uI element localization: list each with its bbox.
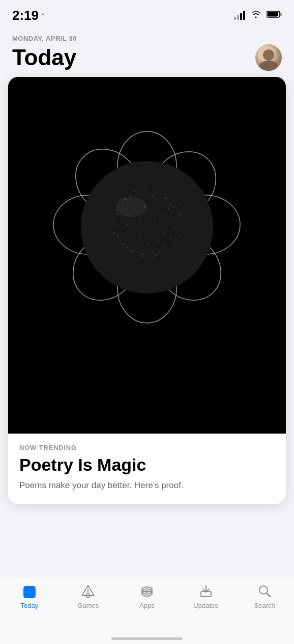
svg-rect-85 — [31, 589, 33, 590]
svg-point-35 — [166, 224, 167, 225]
svg-point-63 — [164, 252, 165, 253]
svg-point-12 — [81, 161, 213, 293]
svg-point-71 — [181, 227, 182, 228]
svg-point-19 — [178, 217, 179, 217]
avatar-image — [255, 44, 282, 71]
svg-point-54 — [172, 198, 172, 198]
svg-point-40 — [130, 233, 130, 234]
svg-point-82 — [116, 197, 146, 217]
svg-point-52 — [181, 211, 181, 212]
signal-icon — [234, 11, 245, 20]
svg-point-44 — [139, 219, 140, 220]
svg-line-95 — [267, 593, 270, 597]
battery-icon — [267, 10, 282, 20]
wifi-icon — [250, 10, 261, 20]
svg-point-18 — [173, 206, 174, 207]
date-label: Monday, April 30 — [12, 35, 282, 42]
card-tag: Now Trending — [19, 444, 275, 451]
tab-games[interactable]: Games — [59, 583, 118, 609]
svg-point-16 — [155, 193, 156, 194]
page-title: Today — [12, 46, 76, 69]
svg-point-23 — [153, 252, 154, 253]
svg-point-61 — [140, 252, 140, 253]
featured-card[interactable]: Now Trending Poetry Is Magic Poems make … — [8, 77, 286, 504]
svg-point-37 — [158, 240, 159, 242]
svg-point-25 — [132, 250, 133, 251]
svg-point-69 — [170, 204, 171, 205]
card-description: Poems make your day better. Here's proof… — [19, 479, 275, 492]
location-arrow-icon: ↑ — [41, 10, 45, 21]
card-content: Now Trending Poetry Is Magic Poems make … — [8, 434, 286, 504]
svg-point-55 — [160, 203, 161, 204]
games-icon — [80, 583, 96, 600]
svg-rect-2 — [268, 12, 278, 17]
svg-point-64 — [173, 245, 174, 246]
avatar[interactable] — [255, 44, 282, 71]
svg-point-28 — [114, 224, 115, 225]
time-display: 2:19 — [12, 8, 39, 23]
svg-point-66 — [130, 195, 131, 197]
svg-point-38 — [148, 244, 149, 245]
svg-point-17 — [165, 198, 167, 199]
tab-today-label: Today — [20, 602, 38, 609]
tab-updates-label: Updates — [193, 602, 218, 609]
tab-apps-label: Apps — [139, 602, 155, 609]
svg-point-34 — [163, 215, 164, 216]
apps-icon — [139, 583, 155, 600]
svg-point-79 — [112, 221, 113, 222]
svg-point-45 — [146, 217, 148, 218]
tab-search-label: Search — [254, 602, 275, 609]
svg-rect-84 — [26, 589, 30, 594]
svg-point-36 — [164, 233, 165, 234]
svg-rect-1 — [280, 13, 282, 16]
svg-point-27 — [117, 234, 118, 235]
tab-updates[interactable]: Updates — [177, 583, 236, 609]
svg-point-75 — [142, 256, 143, 257]
status-time: 2:19 ↑ — [12, 8, 45, 23]
svg-point-59 — [121, 239, 121, 240]
svg-point-50 — [140, 234, 141, 235]
card-artwork — [8, 77, 286, 434]
svg-point-49 — [148, 237, 148, 237]
today-icon — [21, 583, 38, 600]
status-icons — [234, 10, 282, 20]
svg-point-51 — [136, 227, 137, 228]
svg-point-77 — [121, 244, 122, 245]
status-bar: 2:19 ↑ — [0, 0, 294, 31]
svg-point-20 — [175, 227, 177, 228]
svg-rect-87 — [26, 595, 33, 596]
svg-point-33 — [154, 210, 155, 210]
card-title: Poetry Is Magic — [19, 455, 275, 474]
svg-point-72 — [175, 239, 177, 241]
svg-point-22 — [163, 246, 164, 247]
svg-point-68 — [153, 196, 154, 198]
svg-point-70 — [180, 214, 181, 216]
tab-bar: Today Games Apps — [0, 578, 294, 644]
svg-point-57 — [112, 218, 112, 219]
tab-games-label: Games — [77, 602, 99, 609]
svg-point-60 — [127, 247, 128, 248]
svg-point-14 — [135, 191, 136, 192]
svg-rect-86 — [31, 591, 33, 592]
svg-point-29 — [117, 213, 118, 214]
home-indicator — [111, 637, 183, 640]
svg-point-46 — [154, 219, 155, 220]
tab-today[interactable]: Today — [0, 583, 59, 609]
svg-point-24 — [142, 254, 144, 255]
tab-apps[interactable]: Apps — [117, 583, 177, 609]
tab-search[interactable]: Search — [235, 583, 294, 609]
search-icon — [256, 583, 273, 600]
svg-point-56 — [168, 208, 169, 209]
svg-point-48 — [155, 233, 156, 234]
svg-point-53 — [180, 203, 181, 204]
svg-point-67 — [141, 194, 142, 195]
svg-point-73 — [168, 249, 169, 250]
svg-point-65 — [180, 235, 181, 236]
svg-point-41 — [127, 224, 128, 225]
header: Monday, April 30 Today — [0, 31, 294, 77]
svg-point-74 — [155, 255, 157, 256]
svg-point-21 — [170, 237, 171, 238]
svg-point-58 — [113, 232, 114, 233]
svg-point-15 — [145, 189, 146, 190]
updates-icon — [198, 583, 214, 600]
